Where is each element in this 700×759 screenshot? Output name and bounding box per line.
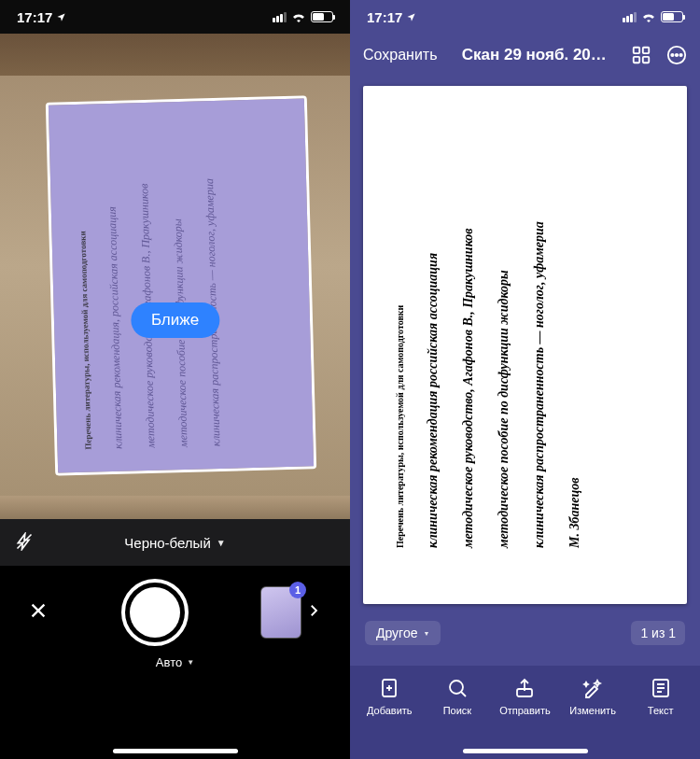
tab-edit[interactable]: Изменить (560, 677, 625, 759)
signal-icon (622, 9, 637, 25)
wifi-icon (291, 11, 306, 22)
home-indicator[interactable] (463, 749, 588, 753)
chevron-down-icon: ▼ (187, 658, 194, 667)
color-filter-label: Черно-белый (124, 535, 210, 551)
tab-text[interactable]: Текст (628, 677, 693, 759)
more-menu-button[interactable] (666, 45, 687, 65)
bottom-toolbar: Добавить Поиск Отправить Изменить Текст (350, 666, 700, 759)
location-icon (56, 12, 66, 22)
hw-line: клиническая распространенность — ноголог… (202, 129, 224, 446)
hw-line: методическое руководство, Агафонов В., П… (461, 112, 476, 548)
battery-icon (661, 11, 683, 22)
scanned-page[interactable]: Перечень литературы, используемой для са… (363, 86, 687, 604)
tab-send[interactable]: Отправить (492, 677, 557, 759)
tab-label: Текст (648, 705, 674, 716)
category-selector[interactable]: Другое ▼ (365, 621, 441, 645)
svg-rect-3 (634, 57, 639, 63)
tab-label: Поиск (443, 705, 471, 716)
grid-view-button[interactable] (631, 45, 651, 65)
hw-line: методическое пособие по дисфункции жидко… (497, 112, 511, 548)
document-heading: Перечень литературы, используемой для са… (76, 133, 93, 450)
svg-rect-2 (643, 48, 649, 53)
page-indicator: 1 из 1 (631, 621, 685, 645)
hint-move-closer: Ближе (131, 302, 219, 338)
svg-rect-4 (643, 57, 649, 63)
chevron-right-icon[interactable] (305, 602, 322, 623)
flash-toggle[interactable] (15, 532, 34, 554)
tab-label: Отправить (499, 705, 551, 716)
close-button[interactable] (28, 600, 49, 625)
svg-point-8 (679, 54, 681, 56)
hw-line: клиническая рекомендация российская ассо… (426, 112, 441, 548)
scanned-handwriting: Перечень литературы, используемой для са… (395, 112, 659, 548)
capture-mode-selector[interactable]: Авто ▼ (156, 655, 194, 669)
status-time: 17:17 (367, 9, 402, 25)
captured-thumbnail[interactable]: 1 (260, 586, 301, 639)
save-button[interactable]: Сохранить (363, 47, 438, 63)
home-indicator[interactable] (113, 749, 238, 753)
svg-point-6 (671, 54, 673, 56)
document-heading: Перечень литературы, используемой для са… (395, 112, 405, 548)
app-header: Сохранить Скан 29 нояб. 20… (350, 34, 700, 77)
tab-search[interactable]: Поиск (425, 677, 490, 759)
page-meta-bar: Другое ▼ 1 из 1 (350, 616, 700, 650)
signal-icon (272, 9, 287, 25)
wifi-icon (641, 11, 656, 22)
chevron-down-icon: ▼ (423, 630, 429, 637)
category-label: Другое (376, 625, 417, 640)
status-bar: 17:17 (0, 0, 350, 34)
document-handwriting: Перечень литературы, используемой для са… (76, 127, 295, 450)
capture-screen: 17:17 Перечень литературы, используемой … (0, 0, 350, 759)
tab-add[interactable]: Добавить (357, 677, 422, 759)
capture-mode-label: Авто (156, 655, 182, 669)
text-icon (650, 677, 672, 699)
hw-line: методическое руководство, Агафонов В., П… (136, 131, 159, 448)
tab-label: Изменить (569, 705, 616, 716)
scan-result-screen: 17:17 Сохранить Скан 29 нояб. 20… (350, 0, 700, 759)
color-filter-selector[interactable]: Черно-белый ▼ (124, 535, 225, 551)
filter-bar: Черно-белый ▼ (0, 519, 350, 566)
shutter-button[interactable] (121, 579, 189, 646)
svg-rect-1 (634, 48, 639, 53)
magic-edit-icon (581, 677, 604, 699)
detected-document-frame: Перечень литературы, используемой для са… (46, 95, 316, 475)
capture-count-badge: 1 (289, 582, 306, 598)
location-icon (406, 12, 416, 22)
svg-point-10 (450, 681, 463, 694)
hw-line: методическое пособие по дисфункции жидко… (169, 130, 191, 447)
search-icon (446, 677, 469, 699)
tab-label: Добавить (367, 705, 413, 716)
hw-line: клиническая распространенность — ноголог… (532, 112, 547, 548)
document-title[interactable]: Скан 29 нояб. 20… (453, 46, 616, 64)
hw-line: М. Збанецов (567, 112, 582, 548)
svg-point-7 (676, 54, 678, 56)
capture-controls: 1 Авто ▼ (0, 566, 350, 759)
chevron-down-icon: ▼ (217, 538, 226, 548)
share-icon (513, 677, 536, 699)
status-time: 17:17 (17, 9, 52, 25)
document-surface: Перечень литературы, используемой для са… (49, 98, 314, 472)
camera-viewfinder[interactable]: Перечень литературы, используемой для са… (0, 34, 350, 519)
hw-line: клиническая рекомендация, российская асс… (104, 132, 126, 449)
battery-icon (311, 11, 333, 22)
status-bar: 17:17 (350, 0, 700, 34)
add-page-icon (378, 677, 400, 699)
